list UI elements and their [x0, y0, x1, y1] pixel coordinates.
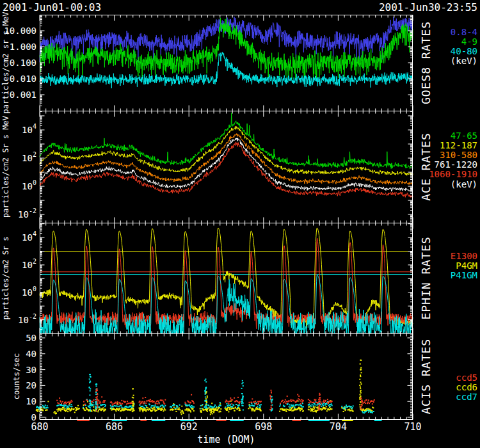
legend--keV-: (keV)	[451, 179, 477, 189]
bottom-mark	[152, 420, 165, 421]
bottom-mark	[230, 420, 243, 421]
panel-title-goes8: GOES8 RATES	[419, 21, 433, 104]
y-tick-label: 0.010	[10, 74, 36, 84]
y-tick-label: 102	[22, 258, 36, 270]
panel-frame	[40, 111, 413, 223]
bottom-mark	[77, 420, 89, 421]
y-tick-label: 1.000	[10, 42, 36, 52]
series-112-187	[40, 126, 413, 175]
y-tick-label: 100	[22, 179, 36, 191]
y-tick-label: 102	[22, 151, 36, 163]
legend-4-9: 4-9	[461, 36, 477, 47]
y-axis-title: particles/cm2 sr s MeV	[1, 12, 10, 114]
legend-310-580: 310-580	[440, 150, 477, 160]
y-tick-label: 100	[22, 285, 36, 298]
y-axis-title: particles/cm2 Sr s	[1, 236, 10, 319]
legend-1060-1910: 1060-1910	[429, 169, 477, 179]
panel-title-ephin: EPHIN RATES	[419, 236, 433, 319]
y-tick-label: 40	[26, 349, 36, 359]
x-tick-label: 692	[180, 421, 198, 433]
series-761-1220	[40, 138, 413, 191]
legend-ccd5: ccd5	[456, 372, 477, 383]
legend-ccd7: ccd7	[456, 392, 477, 402]
bottom-mark	[140, 420, 147, 421]
y-tick-label: 10	[26, 396, 36, 406]
panel-title-acis: ACIS RATES	[419, 339, 433, 414]
panel-ace: 10410210010-2particles/cm2 Sr s MeVACE R…	[1, 111, 477, 223]
y-tick-label: 0.001	[10, 90, 36, 100]
legend-40-80: 40-80	[451, 46, 477, 56]
legend-47-65: 47-65	[451, 131, 477, 141]
chart-svg: 10.0001.0000.1000.0100.001particles/cm2 …	[0, 0, 480, 448]
legend-0-8-4: 0.8-4	[451, 27, 477, 37]
axis-ticks	[40, 111, 413, 223]
y-tick-label: 104	[22, 123, 36, 135]
panel-title-ace: ACE RATES	[419, 132, 433, 201]
legend--keV-: (keV)	[451, 56, 477, 66]
panel-ephin: 10410210010-2particles/cm2 Sr sEPHIN RAT…	[1, 223, 477, 334]
legend-ccd6: ccd6	[456, 382, 477, 392]
y-tick-label: 104	[22, 230, 36, 243]
panel-goes8: 10.0001.0000.1000.0100.001particles/cm2 …	[1, 12, 477, 114]
y-axis-title: particles/cm2 Sr s MeV	[1, 116, 10, 218]
y-axis-title: counts/sec	[12, 353, 21, 399]
series-47-65	[40, 113, 413, 168]
x-axis-labels: 680686692698704710	[31, 421, 421, 433]
x-axis-title: time (DOM)	[40, 434, 413, 445]
bottom-mark	[216, 420, 227, 421]
y-tick-label: 30	[26, 365, 36, 375]
legend-P4GM: P4GM	[456, 260, 477, 271]
y-tick-label: 0.100	[10, 58, 36, 68]
panel-acis: 50403020100counts/secACIS RATESccd5ccd6c…	[12, 333, 477, 422]
x-tick-label: 710	[404, 421, 421, 433]
x-tick-label: 698	[255, 421, 272, 433]
legend-761-1220: 761-1220	[435, 159, 477, 170]
y-tick-label: 10-2	[18, 207, 36, 220]
y-tick-label: 20	[26, 380, 36, 390]
bottom-mark	[374, 420, 382, 421]
legend-P41GM: P41GM	[451, 270, 477, 280]
bottom-mark	[308, 420, 330, 421]
legend-E1300: E1300	[451, 251, 477, 261]
series-P41GM	[40, 275, 413, 333]
radiation-monitor-plot: 2001-Jun01-00:03 2001-Jun30-23:55 10.000…	[0, 0, 480, 448]
y-tick-label: 50	[26, 333, 36, 343]
legend-112-187: 112-187	[440, 140, 477, 150]
y-tick-label: 10-2	[18, 313, 36, 325]
x-tick-label: 680	[31, 421, 48, 433]
x-tick-label: 686	[106, 421, 123, 433]
bottom-mark	[292, 420, 301, 421]
x-tick-label: 704	[330, 421, 347, 433]
